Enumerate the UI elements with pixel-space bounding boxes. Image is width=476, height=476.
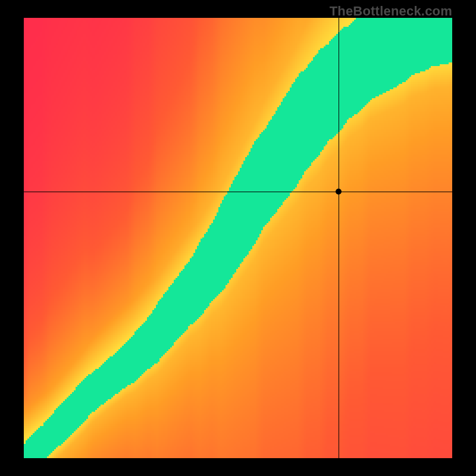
heatmap-plot: [24, 18, 452, 458]
chart-frame: TheBottleneck.com: [0, 0, 476, 476]
heatmap-canvas: [24, 18, 452, 458]
watermark-text: TheBottleneck.com: [330, 4, 452, 19]
